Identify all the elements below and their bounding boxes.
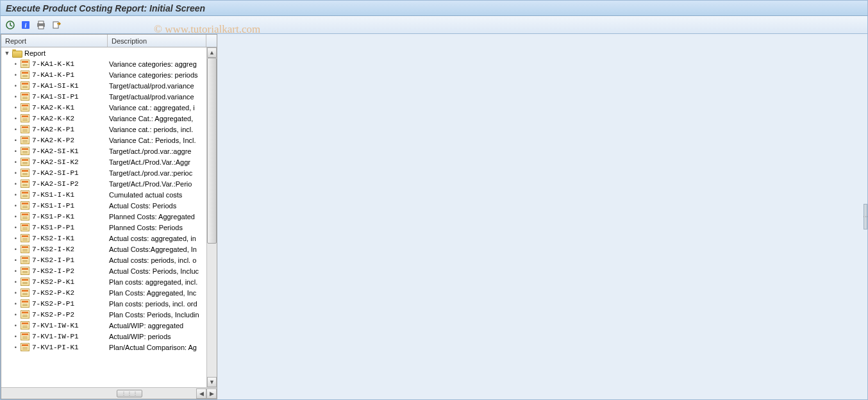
- tree-row[interactable]: •7-KA2-SI-P2Target/Act./Prod.Var.:Perio: [1, 178, 217, 189]
- tree-row[interactable]: •7-KV1-PI-K1Plan/Actual Comparison: Ag: [1, 342, 217, 353]
- tree-row[interactable]: •7-KS1-P-K1Planned Costs: Aggregated: [1, 211, 217, 222]
- bullet-icon: •: [1, 301, 21, 307]
- scroll-thumb[interactable]: [207, 58, 217, 244]
- report-code: 7-KV1-IW-P1: [32, 333, 79, 340]
- bullet-icon: •: [1, 159, 21, 165]
- tree-row[interactable]: •7-KA2-SI-P1Target/act./prod.var.:perioc: [1, 167, 217, 178]
- report-description: Plan costs: periods, incl. ord: [108, 300, 206, 308]
- tree-row[interactable]: •7-KS2-I-K1Actual costs: aggregated, in: [1, 233, 217, 244]
- report-description: Variance cat.: aggregated, i: [108, 104, 206, 112]
- tree-body[interactable]: ▼ Report •7-KA1-K-K1Variance categories:…: [1, 47, 217, 399]
- tree-row[interactable]: •7-KA2-SI-K2Target/Act./Prod.Var.:Aggr: [1, 156, 217, 167]
- report-icon: [21, 343, 29, 351]
- report-code: 7-KA2-K-K2: [32, 115, 74, 122]
- report-description: Actual Costs: Periods: [108, 202, 206, 210]
- report-description: Actual/WIP: aggregated: [108, 322, 206, 329]
- vertical-scrollbar[interactable]: ▲ ▼: [206, 47, 217, 387]
- report-code: 7-KA2-K-P1: [32, 126, 74, 133]
- tree-row[interactable]: •7-KS2-P-P2Plan Costs: Periods, Includin: [1, 309, 217, 320]
- bullet-icon: •: [1, 312, 21, 318]
- scroll-down-arrow-icon[interactable]: ▼: [207, 377, 217, 387]
- report-icon: [21, 169, 29, 177]
- svg-rect-4: [38, 21, 44, 24]
- report-icon: [21, 60, 29, 68]
- expand-arrow-icon[interactable]: ▼: [4, 50, 10, 56]
- tree-row[interactable]: •7-KA1-SI-K1Target/actual/prod.variance: [1, 80, 217, 91]
- tree-row[interactable]: •7-KA1-K-P1Variance categories: periods: [1, 69, 217, 80]
- tree-row[interactable]: •7-KA2-K-P1Variance cat.: periods, incl.: [1, 124, 217, 135]
- tree-row[interactable]: •7-KV1-IW-K1Actual/WIP: aggregated: [1, 320, 217, 331]
- detail-pane: ⋮: [217, 34, 867, 399]
- report-icon: [21, 245, 29, 253]
- report-code: 7-KA2-K-P2: [32, 137, 74, 144]
- report-icon: [21, 71, 29, 79]
- tree-row[interactable]: •7-KA2-K-P2Variance Cat.: Periods, Incl.: [1, 135, 217, 146]
- tree-row[interactable]: •7-KA2-SI-K1Target/act./prod.var.:aggre: [1, 146, 217, 156]
- report-description: Planned Costs: Aggregated: [108, 213, 206, 221]
- report-icon: [21, 267, 29, 275]
- tree-row[interactable]: •7-KV1-IW-P1Actual/WIP: periods: [1, 331, 217, 342]
- report-icon: [21, 212, 29, 221]
- report-description: Target/Act./Prod.Var.:Perio: [108, 180, 206, 188]
- tree-row[interactable]: •7-KS2-I-P2Actual Costs: Periods, Incluc: [1, 265, 217, 276]
- column-header-report[interactable]: Report: [1, 35, 108, 47]
- tree-row[interactable]: •7-KS1-P-P1Planned Costs: Periods: [1, 222, 217, 233]
- report-icon: [21, 256, 29, 264]
- report-icon: [21, 125, 29, 133]
- report-icon: [21, 321, 29, 329]
- scroll-left-arrow-icon[interactable]: ◀: [196, 388, 206, 399]
- tree-row[interactable]: •7-KA2-K-K2Variance Cat.: Aggregated,: [1, 113, 217, 124]
- column-resize-handle[interactable]: ⋮⋮⋮: [117, 390, 142, 397]
- tree-row[interactable]: •7-KS2-P-K1Plan costs: aggregated, incl.: [1, 276, 217, 287]
- scroll-up-arrow-icon[interactable]: ▲: [207, 47, 217, 58]
- bullet-icon: •: [1, 224, 21, 231]
- report-code: 7-KS2-P-K2: [32, 289, 74, 297]
- tree-row[interactable]: •7-KS2-I-P1Actual costs: periods, incl. …: [1, 254, 217, 265]
- report-icon: [21, 81, 29, 90]
- column-header-description[interactable]: Description: [108, 35, 206, 47]
- bullet-icon: •: [1, 235, 21, 242]
- report-description: Plan/Actual Comparison: Ag: [108, 344, 206, 351]
- report-icon: [21, 158, 29, 166]
- info-icon[interactable]: i: [20, 19, 31, 31]
- bullet-icon: •: [1, 279, 21, 285]
- report-icon: [21, 278, 29, 286]
- tree-row[interactable]: •7-KA2-K-K1Variance cat.: aggregated, i: [1, 102, 217, 113]
- report-code: 7-KS2-P-P2: [32, 311, 74, 319]
- tree-row[interactable]: •7-KS2-P-P1Plan costs: periods, incl. or…: [1, 298, 217, 309]
- report-code: 7-KS1-P-K1: [32, 213, 74, 221]
- report-code: 7-KS2-P-K1: [32, 278, 74, 286]
- tree-row[interactable]: •7-KS2-P-K2Plan Costs: Aggregated, Inc: [1, 287, 217, 298]
- bullet-icon: •: [1, 203, 21, 209]
- report-description: Actual costs: periods, incl. o: [108, 256, 206, 264]
- report-description: Target/act./prod.var.:aggre: [108, 147, 206, 155]
- bullet-icon: •: [1, 126, 21, 133]
- tree-root-row[interactable]: ▼ Report: [1, 47, 217, 58]
- tree-row[interactable]: •7-KA1-SI-P1Target/actual/prod.variance: [1, 91, 217, 102]
- report-description: Actual Costs: Periods, Incluc: [108, 267, 206, 275]
- bullet-icon: •: [1, 333, 21, 340]
- report-code: 7-KA2-SI-P1: [32, 169, 79, 177]
- bullet-icon: •: [1, 72, 21, 78]
- bullet-icon: •: [1, 115, 21, 122]
- scroll-right-arrow-icon[interactable]: ▶: [206, 388, 217, 399]
- splitter-handle-icon[interactable]: ⋮: [864, 204, 867, 229]
- folder-icon: [12, 49, 22, 57]
- report-icon: [21, 310, 29, 319]
- tree-row[interactable]: •7-KS1-I-P1Actual Costs: Periods: [1, 200, 217, 211]
- export-icon[interactable]: [51, 19, 62, 31]
- horizontal-scrollbar[interactable]: ⋮⋮⋮ ◀ ▶: [1, 387, 217, 399]
- tree-row[interactable]: •7-KA1-K-K1Variance categories: aggreg: [1, 58, 217, 69]
- execute-icon[interactable]: [4, 19, 16, 31]
- svg-rect-6: [53, 22, 58, 28]
- report-code: 7-KA1-K-P1: [32, 71, 74, 79]
- print-icon[interactable]: [35, 19, 47, 31]
- svg-text:i: i: [25, 22, 27, 29]
- bullet-icon: •: [1, 268, 21, 274]
- report-icon: [21, 114, 29, 122]
- report-description: Variance categories: periods: [108, 71, 206, 79]
- tree-row[interactable]: •7-KS2-I-K2Actual Costs:Aggregated, In: [1, 244, 217, 254]
- title-bar: Execute Product Costing Report: Initial …: [0, 0, 868, 16]
- report-icon: [21, 223, 29, 231]
- tree-row[interactable]: •7-KS1-I-K1Cumulated actual costs: [1, 189, 217, 200]
